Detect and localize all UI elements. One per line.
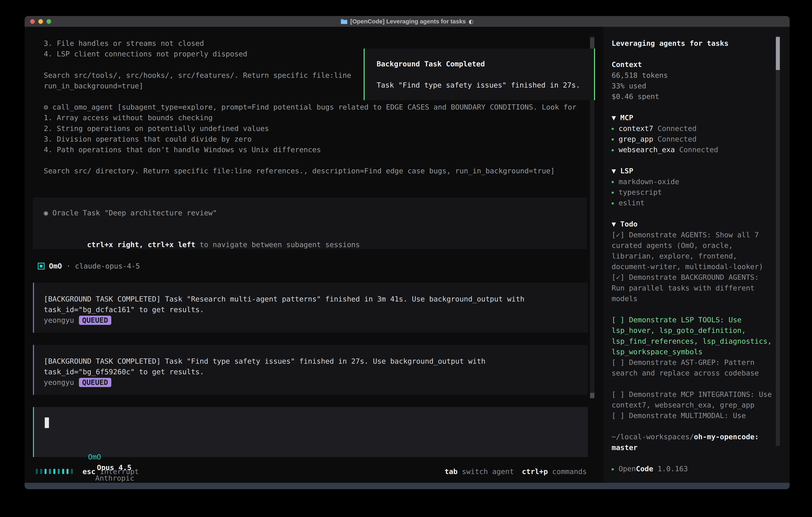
status-right: tab switch agent ctrl+p commands — [444, 467, 587, 475]
sidebar-content: Leveraging agents for tasks Context 66,5… — [612, 38, 776, 474]
keybind-description: to navigate between subagent sessions — [195, 241, 360, 249]
input-agent-name: OmO — [88, 453, 101, 461]
lsp-item: typescript — [612, 187, 776, 197]
context-heading: Context — [612, 59, 776, 70]
todo-section: ▼ Todo [✓] Demonstrate AGENTS: Show all … — [612, 219, 776, 421]
close-button[interactable] — [30, 19, 35, 24]
oracle-task-line: ◉ Oracle Task "Deep architecture review" — [44, 208, 217, 218]
context-spent: $0.46 spent — [612, 91, 776, 102]
todo-list: [✓] Demonstrate AGENTS: Show all 7 curat… — [612, 229, 776, 421]
window-title-group: [OpenCode] Leveraging agents for tasks ◐ — [341, 18, 473, 25]
workspace-path: ~/local-workspaces/oh-my-opencode: — [612, 431, 776, 442]
esc-key-label: interrupt — [95, 467, 139, 475]
main-scrollbar-thumb-top[interactable] — [590, 37, 594, 49]
status-dot-icon — [612, 149, 614, 151]
traffic-lights — [30, 16, 51, 27]
status-dot-icon — [612, 192, 614, 194]
mcp-item: websearch_exa Connected — [612, 144, 776, 155]
moon-phase-icon: ◐ — [469, 18, 473, 25]
text-cursor — [45, 417, 49, 428]
todo-item: [ ] Demonstrate LSP TOOLS: Use lsp_hover… — [612, 315, 776, 357]
window-bottom-edge — [25, 483, 790, 489]
tab-key-hint: tab — [444, 467, 458, 475]
user-name: yeongyu — [44, 377, 74, 388]
agent-header-line: OmO · claude-opus-4-5 — [38, 261, 140, 271]
status-dot-icon — [612, 202, 614, 205]
status-dot-icon — [612, 138, 614, 140]
lsp-heading: ▼ LSP — [612, 166, 776, 176]
toast-title: Background Task Completed — [377, 59, 485, 69]
terminal-line: ⚙ call_omo_agent [subagent_type=explore,… — [44, 102, 595, 112]
status-dot-icon — [612, 468, 614, 470]
background-task-toast: Background Task Completed Task "Find typ… — [364, 49, 595, 100]
activity-dots — [36, 469, 73, 474]
todo-item: [✓] Demonstrate BACKGROUND AGENTS: Run p… — [612, 272, 776, 304]
context-section: Context 66,518 tokens 33% used $0.46 spe… — [612, 59, 776, 102]
oracle-hint-line: ctrl+x right, ctrl+x left to navigate be… — [44, 229, 360, 239]
tab-key-label: switch agent — [458, 467, 514, 475]
window-title: [OpenCode] Leveraging agents for tasks — [350, 18, 466, 25]
sidebar-scrollbar[interactable] — [776, 36, 780, 446]
agent-name: OmO — [49, 262, 62, 270]
todo-item: [✓] Demonstrate AGENTS: Show all 7 curat… — [612, 229, 776, 272]
ctrlp-key-hint: ctrl+p — [522, 467, 548, 475]
background-task-message: [BACKGROUND TASK COMPLETED] Task "Resear… — [33, 283, 588, 333]
folder-icon — [341, 19, 347, 24]
lsp-section: ▼ LSP markdown-oxide typescript eslint — [612, 166, 776, 208]
mcp-section: ▼ MCP context7 Connected grep_app Connec… — [612, 112, 776, 155]
lsp-item: eslint — [612, 197, 776, 208]
terminal-line: 4. Path operations that don't handle Win… — [44, 144, 595, 155]
status-bar: esc interrupt tab switch agent ctrl+p co… — [33, 466, 587, 477]
terminal-line: 2. String operations on potentially unde… — [44, 123, 595, 134]
prompt-input[interactable]: OmO Opus 4.5 Anthropic — [33, 407, 588, 457]
mcp-item: grep_app Connected — [612, 134, 776, 144]
task-message-line1: [BACKGROUND TASK COMPLETED] Task "Find t… — [44, 356, 486, 366]
task-message-line2: task_id="bg_6f59260c" to get results. — [44, 366, 204, 377]
workspace-section: ~/local-workspaces/oh-my-opencode: maste… — [612, 431, 776, 453]
sidebar: Leveraging agents for tasks Context 66,5… — [603, 27, 790, 483]
zoom-button[interactable] — [47, 19, 51, 24]
terminal-line: 1. Array access without bounds checking — [44, 112, 595, 123]
agent-icon — [38, 263, 45, 270]
status-dot-icon — [612, 181, 614, 183]
mcp-list: context7 Connected grep_app Connected we… — [612, 123, 776, 155]
terminal-line — [44, 155, 595, 166]
terminal-window: [OpenCode] Leveraging agents for tasks ◐… — [25, 16, 790, 489]
status-left: esc interrupt — [33, 467, 139, 475]
todo-item: [ ] Demonstrate MCP INTEGRATIONS: Use co… — [612, 389, 776, 410]
task-message-meta: yeongyu QUEUED — [44, 315, 111, 325]
todo-heading: ▼ Todo — [612, 219, 776, 229]
user-name: yeongyu — [44, 315, 74, 325]
oracle-task-box: ◉ Oracle Task "Deep architecture review"… — [33, 197, 587, 249]
sidebar-scrollbar-thumb[interactable] — [776, 37, 780, 70]
version-line: OpenCode 1.0.163 — [612, 463, 776, 474]
input-meta-line: OmO Opus 4.5 Anthropic — [45, 441, 134, 452]
esc-key-hint: esc — [83, 467, 95, 475]
status-dot-icon — [612, 128, 614, 130]
screenshot-root: [OpenCode] Leveraging agents for tasks ◐… — [0, 0, 812, 517]
main-pane: 3. File handles or streams not closed4. … — [25, 27, 603, 483]
task-message-line2: task_id="bg_dcfac161" to get results. — [44, 304, 204, 315]
agent-model: claude-opus-4-5 — [75, 262, 140, 270]
ctrlp-key-label: commands — [548, 467, 587, 475]
lsp-item: markdown-oxide — [612, 176, 776, 187]
mcp-heading: ▼ MCP — [612, 112, 776, 123]
todo-item: [ ] Demonstrate MULTIMODAL: Use — [612, 410, 776, 421]
lsp-list: markdown-oxide typescript eslint — [612, 176, 776, 208]
main-scrollbar-thumb-bottom[interactable] — [590, 393, 594, 398]
titlebar: [OpenCode] Leveraging agents for tasks ◐ — [25, 16, 790, 27]
task-message-line1: [BACKGROUND TASK COMPLETED] Task "Resear… — [44, 294, 524, 304]
task-message-meta: yeongyu QUEUED — [44, 377, 111, 388]
todo-item: [ ] Demonstrate AST-GREP: Pattern search… — [612, 357, 776, 378]
minimize-button[interactable] — [38, 19, 43, 24]
terminal-line: 3. Division operations that could divide… — [44, 134, 595, 144]
background-task-message: [BACKGROUND TASK COMPLETED] Task "Find t… — [33, 345, 588, 395]
status-badge: QUEUED — [79, 378, 111, 387]
session-title: Leveraging agents for tasks — [612, 38, 776, 49]
mcp-item: context7 Connected — [612, 123, 776, 134]
terminal-line: Search src/ directory. Return specific f… — [44, 166, 595, 176]
terminal-line: 3. File handles or streams not closed — [44, 38, 595, 49]
context-tokens: 66,518 tokens — [612, 70, 776, 81]
context-used: 33% used — [612, 81, 776, 91]
status-badge: QUEUED — [79, 316, 111, 325]
